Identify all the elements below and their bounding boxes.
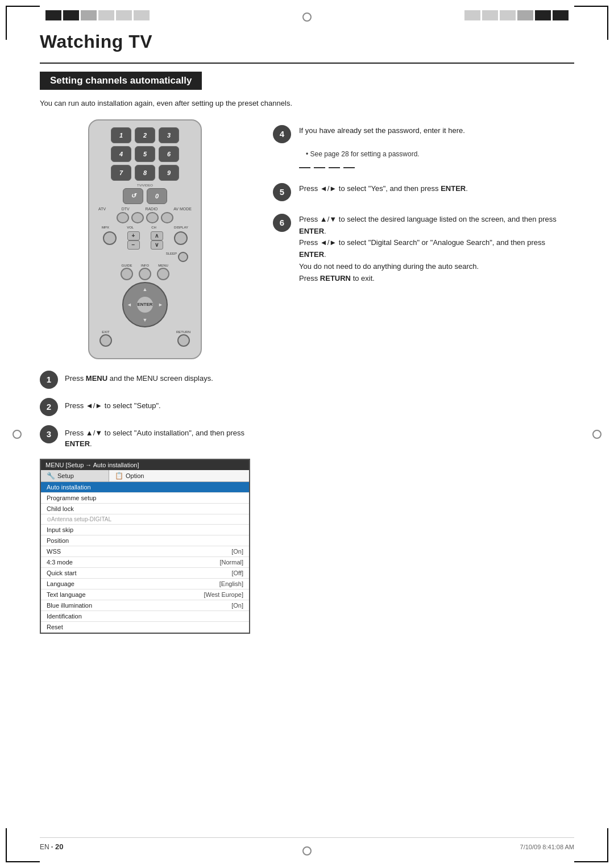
step-6-content: Press ▲/▼ to select the desired language… xyxy=(299,214,574,285)
menu-item-value: [On] xyxy=(231,602,243,609)
step-6-num: 6 xyxy=(273,214,291,232)
corner-br xyxy=(574,828,608,862)
step-1-num: 1 xyxy=(40,371,58,389)
step-4-text: If you have already set the password, en… xyxy=(299,126,465,135)
remote-row-1: 1 2 3 xyxy=(97,127,193,143)
vol-ch-display-row: MPX VOL CH DISPLAY xyxy=(97,226,193,229)
menu-items-container: Auto installationProgramme setupChild lo… xyxy=(41,482,249,633)
step-1: 1 Press MENU and the MENU screen display… xyxy=(40,371,250,389)
guide-info-row: GUIDE INFO MENU xyxy=(97,264,193,280)
ch-control: ∧ ∨ xyxy=(151,231,163,250)
info-btn xyxy=(139,268,151,280)
step-6-bold3: RETURN xyxy=(320,274,351,283)
nav-pad-center: ▲ ▼ ◄ ► ENTER xyxy=(97,282,193,327)
corner-bl xyxy=(6,828,40,862)
step-2-num: 2 xyxy=(40,398,58,416)
remote-row-2: 4 5 6 xyxy=(97,146,193,162)
step-3-bold: ENTER xyxy=(65,439,90,448)
right-column: 4 If you have already set the password, … xyxy=(273,119,574,634)
menu-screenshot: MENU [Setup → Auto installation] 🔧 Setup… xyxy=(40,459,250,634)
display-btn xyxy=(174,231,188,245)
menu-item: ⊙Antenna setup-DIGITAL xyxy=(41,514,249,525)
two-col-layout: 1 2 3 4 5 6 7 8 9 TV/VIDEO xyxy=(40,119,574,634)
step-2-arrow: ◄/► xyxy=(86,401,102,410)
menu-item: Text language[West Europe] xyxy=(41,589,249,600)
remote-btn-9: 9 xyxy=(159,165,179,181)
tv-video-label: TV/VIDEO xyxy=(97,184,193,187)
mpx-label: MPX xyxy=(102,226,109,229)
remote-btn-3: 3 xyxy=(159,127,179,143)
remote-btn-4: 4 xyxy=(111,146,131,162)
step-4-content: If you have already set the password, en… xyxy=(299,125,574,171)
step-4-num: 4 xyxy=(273,125,291,143)
return-btn xyxy=(177,334,190,347)
guide-item: GUIDE xyxy=(121,264,133,280)
page-title: Watching TV xyxy=(40,31,574,52)
remote-btn-6: 6 xyxy=(159,146,179,162)
menu-item: Position xyxy=(41,535,249,546)
step-2: 2 Press ◄/► to select "Setup". xyxy=(40,398,250,416)
page-footer: EN · 20 7/10/09 8:41:08 AM xyxy=(40,837,574,851)
menu-header-row: 🔧 Setup 📋 Option xyxy=(41,470,249,482)
step-5-bold: ENTER xyxy=(441,184,466,193)
step-6-bold2: ENTER xyxy=(299,250,324,259)
vol-ch-controls: + − ∧ ∨ xyxy=(97,231,193,250)
pwd-box-2 xyxy=(314,167,325,168)
menu-item-label: Language xyxy=(47,580,74,587)
remote-btn-2: 2 xyxy=(135,127,155,143)
menu-item-label: 4:3 mode xyxy=(47,559,73,566)
menu-item-label: Auto installation xyxy=(47,484,91,491)
step-2-text: Press ◄/► to select "Setup". xyxy=(65,398,161,412)
step-3: 3 Press ▲/▼ to select "Auto installation… xyxy=(40,425,250,450)
step-3-num: 3 xyxy=(40,425,58,443)
menu-item-label: Text language xyxy=(47,591,86,598)
func-buttons xyxy=(97,212,193,223)
menu-header-option: 📋 Option xyxy=(109,470,249,481)
intro-text: You can run auto installation again, eve… xyxy=(40,98,574,109)
remote-control: 1 2 3 4 5 6 7 8 9 TV/VIDEO xyxy=(88,119,202,359)
menu-item-label: Child lock xyxy=(47,505,74,512)
menu-item-value: [Normal] xyxy=(219,559,243,566)
pwd-box-4 xyxy=(343,167,355,168)
remote-btn-7: 7 xyxy=(111,165,131,181)
exit-btn xyxy=(99,334,112,347)
func-btn-atv xyxy=(117,212,129,223)
nav-down-arrow: ▼ xyxy=(143,317,148,323)
func-btn-dtv xyxy=(131,212,144,223)
menu-item: Reset xyxy=(41,622,249,633)
display-label: DISPLAY xyxy=(174,226,188,229)
vol-plus: + xyxy=(127,231,140,240)
menu-item-remote: MENU xyxy=(157,264,169,280)
menu-header-setup: 🔧 Setup xyxy=(41,470,109,481)
step-5-arrow: ◄/► xyxy=(320,184,337,193)
func-btn-radio xyxy=(146,212,159,223)
menu-item-label: Programme setup xyxy=(47,495,96,501)
nav-left-arrow: ◄ xyxy=(127,302,132,308)
menu-item-value: [Off] xyxy=(231,570,243,576)
func-labels: ATV DTV RADIO AV MODE xyxy=(97,207,193,211)
remote-row-3: 7 8 9 xyxy=(97,165,193,181)
section-header: Setting channels automatically xyxy=(40,72,202,90)
nav-right-arrow: ► xyxy=(158,302,163,308)
page-content: Watching TV Setting channels automatical… xyxy=(0,0,614,668)
guide-btn xyxy=(121,268,133,280)
step-6: 6 Press ▲/▼ to select the desired langua… xyxy=(273,214,574,285)
remote-btn-back: ↺ xyxy=(123,188,143,204)
step-1-text: Press MENU and the MENU screen displays. xyxy=(65,371,213,384)
func-btn-avmode xyxy=(161,212,173,223)
menu-item-label: Blue illumination xyxy=(47,602,92,609)
menu-item: Identification xyxy=(41,611,249,622)
menu-item-value: [West Europe] xyxy=(204,591,244,598)
menu-item: Language[English] xyxy=(41,579,249,589)
vol-control: + − xyxy=(127,231,140,250)
setup-label: Setup xyxy=(57,472,74,479)
menu-item-label: ⊙Antenna setup-DIGITAL xyxy=(47,516,111,522)
ch-label: CH xyxy=(151,226,156,229)
pwd-box-1 xyxy=(299,167,310,168)
remote-row-4: ↺ 0 xyxy=(97,188,193,204)
nav-pad: ▲ ▼ ◄ ► ENTER xyxy=(122,282,168,327)
option-label: Option xyxy=(126,472,144,479)
step-5: 5 Press ◄/► to select "Yes", and then pr… xyxy=(273,183,574,201)
remote-btn-0: 0 xyxy=(147,188,167,204)
ch-up: ∧ xyxy=(151,231,163,240)
